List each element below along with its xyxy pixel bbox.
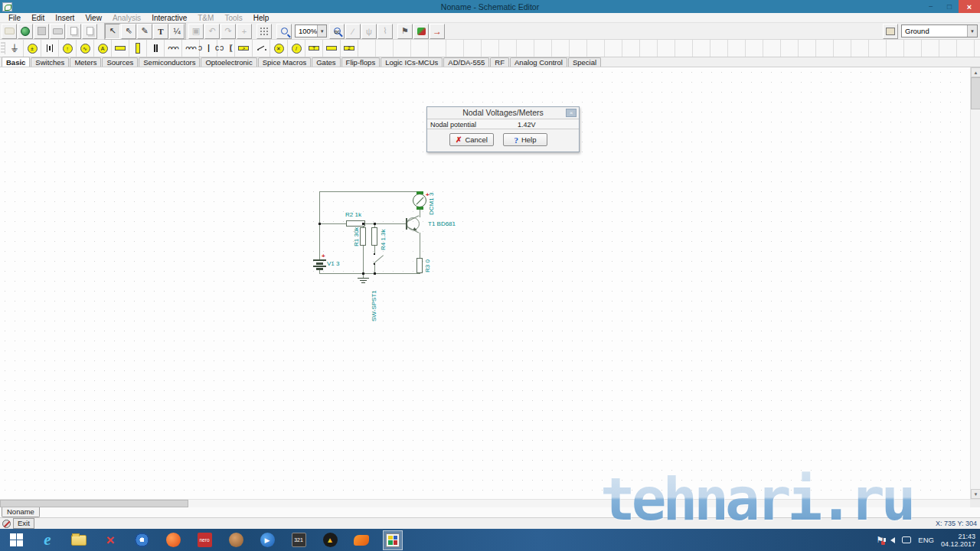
component-transformer[interactable]: ᴐ⎹⎸ᴄ [200, 40, 217, 57]
component-potentiometer[interactable]: ↗ [235, 40, 253, 57]
menu-file[interactable]: File [3, 14, 26, 22]
speaker-icon[interactable] [890, 537, 895, 543]
wire[interactable] [319, 191, 420, 192]
taskbar-internet-explorer[interactable]: e [38, 530, 57, 550]
component-resistor[interactable] [112, 40, 129, 57]
tab-gates[interactable]: Gates [312, 57, 340, 67]
resistor-r4[interactable] [371, 227, 377, 246]
switch-label[interactable]: SW-SPST1 [371, 290, 377, 321]
battery-label[interactable]: V1 3 [327, 260, 339, 267]
tab-sources[interactable]: Sources [102, 57, 138, 67]
resistor-r4-label[interactable]: R4 1.3k [380, 229, 387, 250]
component-lamp[interactable]: ✕ [270, 40, 288, 57]
component-resistor-vertical[interactable] [129, 40, 147, 57]
component-capacitor[interactable] [147, 40, 165, 57]
language-indicator[interactable]: ENG [918, 536, 934, 544]
toolbar-grip[interactable] [1, 42, 5, 54]
resistor-r1-label[interactable]: R1 30k [353, 227, 360, 246]
motor-label[interactable]: DCM1 3 [428, 193, 435, 215]
chevron-down-icon[interactable]: ▼ [317, 25, 326, 37]
sheet-tab-noname[interactable]: Noname [2, 507, 40, 517]
menu-interactive[interactable]: Interactive [146, 14, 192, 22]
horizontal-scroll-thumb[interactable] [0, 500, 188, 507]
component-current-source[interactable]: ↑ [59, 40, 77, 57]
taskbar-aimp[interactable]: ▲ [320, 530, 340, 550]
zoom-button[interactable] [276, 24, 292, 39]
help-button[interactable]: ? Help [503, 133, 547, 146]
component-battery[interactable] [41, 40, 59, 57]
chevron-down-icon[interactable]: ▼ [967, 25, 977, 37]
tab-semiconductors[interactable]: Semiconductors [139, 57, 200, 67]
cancel-button[interactable]: ✗ Cancel [449, 133, 494, 146]
exit-button[interactable]: Exit [13, 518, 34, 529]
resistor-r1[interactable] [360, 227, 366, 246]
taskbar-mpc[interactable]: 321 [289, 530, 309, 550]
tab-logic-ics-mcus[interactable]: Logic ICs-MCUs [381, 57, 443, 67]
component-voltage-source[interactable]: ± [24, 40, 41, 57]
taskbar-app-swoosh[interactable] [351, 530, 371, 550]
component-current-generator[interactable]: A [94, 40, 112, 57]
horizontal-scrollbar[interactable] [0, 499, 980, 507]
open-button[interactable] [2, 24, 17, 39]
wire[interactable] [319, 273, 420, 274]
menu-edit[interactable]: Edit [26, 14, 50, 22]
clock[interactable]: 21:43 04.12.2017 [941, 533, 975, 548]
resistor-r3[interactable] [416, 258, 423, 273]
taskbar-dvd-tool[interactable] [132, 530, 152, 550]
dimension-tool-button[interactable]: ¼ [169, 24, 185, 39]
vertical-scroll-thumb[interactable] [971, 77, 980, 109]
wire-tool-button[interactable]: ✎ [137, 24, 152, 39]
taskbar-tina-active[interactable] [383, 530, 403, 550]
tab-switches[interactable]: Switches [31, 57, 69, 67]
component-transformer2[interactable]: ᴐ⎹( [217, 40, 235, 57]
tab-optoelectronic[interactable]: Optoelectronic [201, 57, 256, 67]
taskbar-app-monkey[interactable] [226, 530, 246, 550]
tab-rf[interactable]: RF [490, 57, 509, 67]
scroll-up-arrow[interactable]: ▲ [971, 67, 980, 77]
paint-button[interactable] [413, 24, 429, 39]
dc-analysis-button[interactable]: DC [329, 24, 345, 39]
zoom-level-select[interactable]: 100% ▼ [295, 24, 327, 37]
component-fuse[interactable] [323, 40, 341, 57]
taskbar-app-red-x[interactable]: × [100, 530, 120, 550]
menu-help[interactable]: Help [248, 14, 275, 22]
transistor-label[interactable]: T1 BD681 [428, 220, 456, 227]
schematic-canvas[interactable]: + V1 3 R2 1k R1 30k R4 1.3k SW-SPST1 [0, 67, 980, 499]
text-tool-button[interactable]: T [153, 24, 168, 39]
action-center-flag-icon[interactable]: ⚑ [876, 535, 884, 545]
component-coupled-inductor[interactable]: ᴖᴖᴖ [182, 40, 200, 57]
component-relay[interactable]: T [305, 40, 323, 57]
tab-meters[interactable]: Meters [70, 57, 101, 67]
run-button[interactable]: → [430, 24, 445, 39]
taskbar-app-orange[interactable] [163, 530, 183, 550]
find-component-button[interactable] [883, 24, 898, 39]
tab-analog-control[interactable]: Analog Control [510, 57, 567, 67]
component-motor[interactable]: / [288, 40, 305, 57]
tab-ad-da-555[interactable]: AD/DA-555 [443, 57, 489, 67]
taskbar-nero[interactable]: nero [194, 530, 214, 550]
flag-button[interactable]: ⚑ [397, 24, 413, 39]
component-voltage-generator[interactable]: ∿ [77, 40, 94, 57]
taskbar-file-explorer[interactable] [69, 530, 89, 550]
start-button[interactable] [6, 530, 26, 550]
menu-view[interactable]: View [80, 14, 107, 22]
scroll-down-arrow[interactable]: ▼ [971, 489, 980, 499]
export-button[interactable] [18, 24, 33, 39]
component-search-select[interactable]: Ground ▼ [901, 24, 978, 37]
wire[interactable] [363, 246, 364, 274]
component-voltage-ref[interactable]: 2 [341, 40, 358, 57]
component-switch[interactable] [253, 40, 270, 57]
component-ground[interactable]: ⏚ [6, 40, 24, 57]
grid-toggle-button[interactable] [256, 24, 272, 39]
wire[interactable] [319, 191, 320, 259]
taskbar-media-player[interactable]: ▶ [257, 530, 277, 550]
wire[interactable] [420, 233, 420, 258]
tab-special[interactable]: Special [568, 57, 601, 67]
resistor-r2-label[interactable]: R2 1k [345, 211, 361, 218]
dialog-close-button[interactable]: × [566, 109, 577, 117]
tab-basic[interactable]: Basic [2, 57, 30, 67]
select-tool-button[interactable]: ↖ [105, 24, 120, 39]
display-icon[interactable] [902, 536, 911, 543]
resistor-r3-label[interactable]: R3 0 [424, 259, 431, 272]
component-inductor[interactable]: ᴖᴖᴖ [165, 40, 182, 57]
